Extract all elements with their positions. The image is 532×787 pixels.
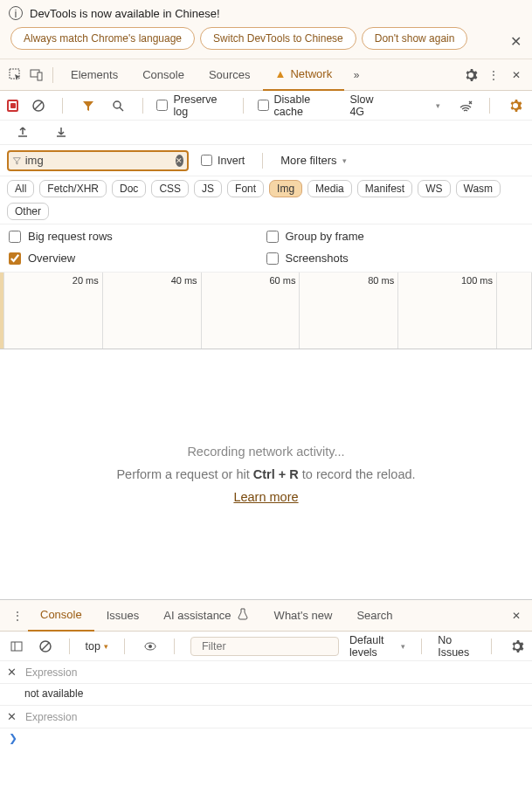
network-toolbar-row2 <box>0 121 532 145</box>
hint-text: Perform a request or hit Ctrl + R to rec… <box>116 467 415 481</box>
preserve-log-checkbox[interactable]: Preserve log <box>156 93 228 118</box>
flask-icon <box>236 607 250 624</box>
sidebar-toggle-icon[interactable] <box>9 636 24 657</box>
invert-checkbox[interactable]: Invert <box>201 155 245 167</box>
filter-toggle-icon[interactable] <box>79 95 98 116</box>
kebab-menu-icon[interactable]: ⋮ <box>483 65 504 86</box>
type-chip-doc[interactable]: Doc <box>112 180 146 197</box>
clear-icon[interactable] <box>29 95 48 116</box>
type-chip-img[interactable]: Img <box>269 180 302 197</box>
remove-expression-icon[interactable]: ✕ <box>7 666 17 679</box>
type-chip-css[interactable]: CSS <box>151 180 189 197</box>
empty-state: Recording network activity... Perform a … <box>0 349 532 599</box>
live-expression-icon[interactable] <box>142 636 158 657</box>
console-settings-icon[interactable] <box>509 636 525 657</box>
svg-rect-2 <box>38 72 42 80</box>
network-settings-icon[interactable] <box>506 95 525 116</box>
tab-console[interactable]: Console <box>130 59 197 91</box>
type-chip-js[interactable]: JS <box>194 180 222 197</box>
drawer: ⋮ Console Issues AI assistance What's ne… <box>0 599 532 748</box>
drawer-tab-whatsnew[interactable]: What's new <box>262 600 345 632</box>
more-tabs-icon[interactable]: » <box>346 65 367 86</box>
record-button[interactable] <box>7 100 18 112</box>
filter-input[interactable] <box>25 154 172 167</box>
log-levels-select[interactable]: Default levels <box>349 634 405 659</box>
type-chip-ws[interactable]: WS <box>418 180 450 197</box>
drawer-tab-issues[interactable]: Issues <box>94 600 152 632</box>
language-infobar: i DevTools is now available in Chinese! … <box>0 0 532 59</box>
overview-timeline[interactable]: 20 ms 40 ms 60 ms 80 ms 100 ms <box>0 273 532 349</box>
switch-language-button[interactable]: Switch DevTools to Chinese <box>200 27 356 50</box>
group-by-frame-checkbox[interactable]: Group by frame <box>266 230 524 243</box>
expression-placeholder[interactable]: Expression <box>25 666 77 679</box>
console-filter-input[interactable] <box>190 637 339 656</box>
device-toggle-icon[interactable] <box>26 65 47 86</box>
tab-elements[interactable]: Elements <box>59 59 130 91</box>
svg-line-10 <box>42 643 49 650</box>
info-icon: i <box>9 6 23 20</box>
search-icon[interactable] <box>108 95 128 116</box>
expression-result: not available <box>0 684 532 706</box>
svg-line-4 <box>35 102 42 109</box>
view-options: Big request rows Overview Group by frame… <box>0 224 532 273</box>
filter-bar: ✕ Invert More filters <box>0 145 532 176</box>
export-har-icon[interactable] <box>12 122 33 143</box>
console-toolbar: top Default levels No Issues <box>0 632 532 661</box>
drawer-tab-bar: ⋮ Console Issues AI assistance What's ne… <box>0 600 532 632</box>
settings-icon[interactable] <box>460 65 481 86</box>
remove-expression-icon[interactable]: ✕ <box>7 710 17 723</box>
type-chip-other[interactable]: Other <box>7 203 49 220</box>
svg-rect-7 <box>11 642 22 651</box>
warning-icon: ▲ <box>275 67 287 80</box>
console-prompt[interactable]: ❯ <box>0 728 532 748</box>
clear-filter-icon[interactable]: ✕ <box>176 155 183 167</box>
network-conditions-icon[interactable] <box>456 95 475 116</box>
expression-placeholder[interactable]: Expression <box>25 711 77 723</box>
screenshots-checkbox[interactable]: Screenshots <box>266 252 524 265</box>
type-chip-fetch[interactable]: Fetch/XHR <box>39 180 107 197</box>
live-expression-row: ✕ Expression <box>0 661 532 684</box>
tab-sources[interactable]: Sources <box>197 59 263 91</box>
drawer-tab-ai[interactable]: AI assistance <box>151 600 261 632</box>
learn-more-link[interactable]: Learn more <box>233 490 298 504</box>
svg-point-5 <box>114 101 121 108</box>
type-chip-font[interactable]: Font <box>227 180 264 197</box>
live-expression-row: ✕ Expression <box>0 706 532 728</box>
clear-console-icon[interactable] <box>37 636 52 657</box>
funnel-icon <box>12 154 22 168</box>
type-chip-media[interactable]: Media <box>307 180 352 197</box>
type-chip-all[interactable]: All <box>7 180 34 197</box>
no-issues-text: No Issues <box>438 634 475 659</box>
type-chip-wasm[interactable]: Wasm <box>456 180 501 197</box>
resource-type-filters: All Fetch/XHR Doc CSS JS Font Img Media … <box>0 176 532 224</box>
more-filters-dropdown[interactable]: More filters <box>280 154 346 167</box>
type-chip-manifest[interactable]: Manifest <box>357 180 412 197</box>
svg-line-6 <box>120 107 123 111</box>
big-rows-checkbox[interactable]: Big request rows <box>9 230 266 243</box>
context-select[interactable]: top <box>86 640 108 652</box>
infobar-title: DevTools is now available in Chinese! <box>30 7 220 20</box>
tab-network[interactable]: ▲ Network <box>263 59 345 91</box>
main-tab-bar: Elements Console Sources ▲ Network » ⋮ ✕ <box>0 59 532 91</box>
infobar-close-button[interactable]: ✕ <box>510 33 522 50</box>
drawer-tab-search[interactable]: Search <box>344 600 404 632</box>
import-har-icon[interactable] <box>51 122 72 143</box>
filter-input-wrap[interactable]: ✕ <box>7 150 189 171</box>
throttling-select[interactable]: Slow 4G <box>344 92 445 120</box>
overview-checkbox[interactable]: Overview <box>9 252 266 265</box>
inspect-icon[interactable] <box>5 65 26 86</box>
drawer-close-icon[interactable]: ✕ <box>506 605 527 626</box>
drawer-tab-console[interactable]: Console <box>28 600 94 632</box>
drawer-kebab-icon[interactable]: ⋮ <box>7 605 28 626</box>
match-language-button[interactable]: Always match Chrome's language <box>10 27 195 50</box>
recording-text: Recording network activity... <box>187 445 344 459</box>
close-devtools-icon[interactable]: ✕ <box>506 65 527 86</box>
svg-point-12 <box>149 645 152 648</box>
network-toolbar: Preserve log Disable cache Slow 4G <box>0 91 532 121</box>
dont-show-button[interactable]: Don't show again <box>362 27 468 50</box>
disable-cache-checkbox[interactable]: Disable cache <box>258 93 336 118</box>
